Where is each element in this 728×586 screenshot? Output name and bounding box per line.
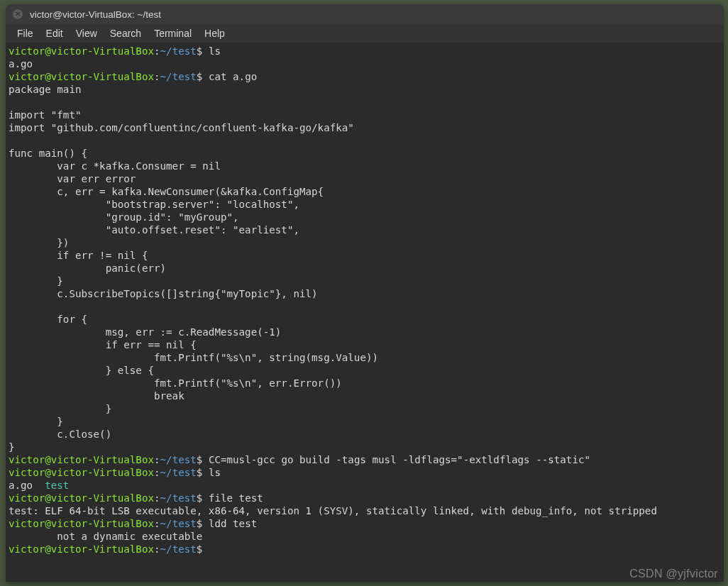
src-l19: for { (9, 314, 87, 325)
prompt-userhost: victor@victor-VirtualBox (9, 454, 154, 465)
cmd-ldd: ldd test (209, 518, 257, 529)
src-l15: panic(err) (9, 262, 166, 274)
src-l01: package main (9, 84, 82, 95)
src-l11: "group.id": "myGroup", (9, 211, 239, 223)
prompt-path: ~/test (160, 467, 197, 478)
titlebar: ✕ victor@victor-VirtualBox: ~/test (6, 4, 724, 24)
src-l16: } (9, 275, 63, 287)
terminal-content[interactable]: victor@victor-VirtualBox:~/test$ ls a.go… (6, 43, 724, 582)
prompt-userhost: victor@victor-VirtualBox (9, 492, 154, 504)
out-ls1: a.go (9, 58, 33, 70)
prompt-sep: : (154, 492, 160, 504)
out-ls2-plain: a.go (9, 480, 45, 491)
src-l17: c.SubscribeTopics([]string{"myTopic"}, n… (9, 288, 318, 299)
src-l23: } else { (9, 365, 154, 376)
prompt-sym: $ (197, 492, 203, 504)
src-l27: } (9, 416, 63, 427)
out-ldd: not a dynamic executable (9, 531, 202, 542)
close-icon[interactable]: ✕ (13, 9, 23, 19)
cmd-build: CC=musl-gcc go build -tags musl -ldflags… (209, 454, 590, 465)
cmd-file: file test (209, 492, 263, 504)
src-l06: func main() { (9, 148, 87, 159)
prompt-path: ~/test (160, 492, 197, 504)
menu-edit[interactable]: Edit (40, 26, 69, 41)
src-l25: break (9, 390, 184, 402)
prompt-path: ~/test (160, 454, 197, 465)
menu-help[interactable]: Help (199, 26, 231, 41)
src-l08: var err error (9, 173, 136, 184)
src-l03: import "fmt" (9, 109, 82, 121)
prompt-sep: : (154, 454, 160, 465)
prompt-sym: $ (197, 454, 203, 465)
src-l21: if err == nil { (9, 339, 197, 350)
window-title: victor@victor-VirtualBox: ~/test (30, 9, 161, 20)
menubar: File Edit View Search Terminal Help (6, 24, 724, 43)
src-l20: msg, err := c.ReadMessage(-1) (9, 326, 281, 338)
prompt-sym: $ (197, 543, 203, 555)
prompt-userhost: victor@victor-VirtualBox (9, 45, 154, 57)
out-file: test: ELF 64-bit LSB executable, x86-64,… (9, 505, 657, 516)
cmd-ls1: ls (209, 45, 221, 57)
src-l22: fmt.Printf("%s\n", string(msg.Value)) (9, 352, 378, 363)
src-l12: "auto.offset.reset": "earliest", (9, 224, 299, 236)
cmd-cat: cat a.go (209, 71, 257, 82)
out-ls2-exec: test (45, 480, 69, 491)
src-l07: var c *kafka.Consumer = nil (9, 160, 221, 172)
watermark: CSDN @yjfvictor (629, 568, 718, 580)
prompt-sep: : (154, 467, 160, 478)
cmd-ls2: ls (209, 467, 221, 478)
src-l09: c, err = kafka.NewConsumer(&kafka.Config… (9, 186, 324, 197)
src-l14: if err != nil { (9, 250, 148, 261)
src-l29: } (9, 441, 15, 453)
prompt-userhost: victor@victor-VirtualBox (9, 518, 154, 529)
prompt-userhost: victor@victor-VirtualBox (9, 543, 154, 555)
prompt-path: ~/test (160, 518, 197, 529)
prompt-sym: $ (197, 467, 203, 478)
src-l13: }) (9, 237, 69, 248)
prompt-sym: $ (197, 71, 203, 82)
src-l26: } (9, 403, 111, 414)
menu-file[interactable]: File (11, 26, 39, 41)
src-l28: c.Close() (9, 429, 111, 440)
prompt-userhost: victor@victor-VirtualBox (9, 71, 154, 82)
terminal-window: ✕ victor@victor-VirtualBox: ~/test File … (6, 4, 724, 582)
menu-view[interactable]: View (70, 26, 103, 41)
prompt-path: ~/test (160, 71, 197, 82)
prompt-userhost: victor@victor-VirtualBox (9, 467, 154, 478)
prompt-path: ~/test (160, 543, 197, 555)
prompt-sym: $ (197, 45, 203, 57)
prompt-sep: : (154, 45, 160, 57)
prompt-sym: $ (197, 518, 203, 529)
prompt-sep: : (154, 518, 160, 529)
src-l04: import "github.com/confluentinc/confluen… (9, 122, 354, 133)
menu-search[interactable]: Search (104, 26, 147, 41)
src-l10: "bootstrap.server": "localhost", (9, 199, 299, 210)
prompt-sep: : (154, 71, 160, 82)
prompt-sep: : (154, 543, 160, 555)
prompt-path: ~/test (160, 45, 197, 57)
src-l24: fmt.Printf("%s\n", err.Error()) (9, 377, 342, 389)
menu-terminal[interactable]: Terminal (148, 26, 197, 41)
